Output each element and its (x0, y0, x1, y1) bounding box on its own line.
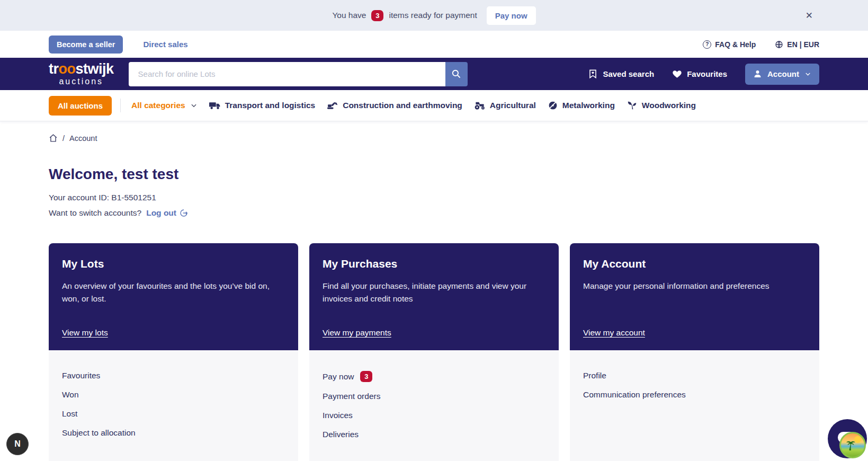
category-label: Metalworking (562, 101, 615, 110)
truck-icon (209, 101, 221, 110)
question-icon: ? (703, 40, 711, 49)
my-lots-card: My Lots An overview of your favourites a… (49, 243, 298, 350)
category-metalworking[interactable]: Metalworking (548, 101, 615, 110)
category-label: Construction and earthmoving (343, 101, 462, 110)
card-description: An overview of your favourites and the l… (62, 280, 276, 305)
list-item-label: Won (62, 390, 79, 400)
list-item-label: Favourites (62, 371, 100, 380)
my-lots-list: Favourites Won Lost Subject to allocatio… (49, 350, 298, 461)
logout-label: Log out (146, 208, 176, 218)
search-button[interactable] (445, 62, 468, 86)
list-item-favourites[interactable]: Favourites (62, 366, 285, 385)
banner-message-prefix: You have (332, 11, 366, 20)
breadcrumb-current: Account (69, 134, 97, 143)
palm-tree-icon (845, 439, 856, 453)
view-my-account-link[interactable]: View my account (583, 328, 645, 338)
locale-selector[interactable]: EN | EUR (775, 40, 819, 49)
card-description: Find all your purchases, initiate paymen… (323, 280, 536, 305)
close-icon[interactable]: ✕ (806, 11, 813, 20)
payment-notification-banner: You have 3 items ready for payment Pay n… (0, 0, 868, 31)
logo-oo: oo (59, 61, 76, 77)
list-item-subject-to-allocation[interactable]: Subject to allocation (62, 423, 285, 442)
category-woodworking[interactable]: Woodworking (627, 101, 696, 110)
banner-message-suffix: items ready for payment (389, 11, 477, 20)
my-account-card: My Account Manage your personal informat… (570, 243, 819, 350)
excavator-icon (327, 101, 338, 110)
view-my-lots-link[interactable]: View my lots (62, 328, 108, 338)
category-transport[interactable]: Transport and logistics (209, 101, 316, 110)
all-auctions-button[interactable]: All auctions (49, 96, 112, 116)
all-categories-dropdown[interactable]: All categories (131, 101, 198, 110)
tractor-icon (474, 101, 486, 110)
logo-subtitle: auctions (49, 77, 114, 86)
search-input[interactable] (129, 62, 445, 86)
chat-widget-button[interactable] (828, 419, 867, 458)
locale-label: EN | EUR (787, 40, 819, 49)
list-item-label: Payment orders (323, 392, 380, 401)
saved-search-icon (588, 69, 598, 79)
chat-widget-avatar (839, 432, 866, 458)
category-label: Agricultural (490, 101, 536, 110)
category-label: Woodworking (642, 101, 696, 110)
secondary-topbar: Become a seller Direct sales ? FAQ & Hel… (0, 31, 868, 58)
heart-icon (672, 69, 682, 79)
category-nav: All auctions All categories Transport an… (0, 90, 868, 121)
card-title: My Purchases (323, 258, 545, 270)
list-item-profile[interactable]: Profile (583, 366, 806, 385)
direct-sales-link[interactable]: Direct sales (143, 40, 187, 49)
search-bar (129, 62, 468, 86)
my-purchases-section: My Purchases Find all your purchases, in… (309, 243, 559, 461)
divider (120, 99, 121, 112)
account-id-text: Your account ID: B1-5501251 (49, 193, 819, 202)
main-content: / Account Welcome, test test Your accoun… (49, 134, 819, 461)
breadcrumb: / Account (49, 134, 819, 143)
all-categories-label: All categories (131, 101, 185, 110)
pay-now-button[interactable]: Pay now (487, 6, 536, 25)
account-cards: My Lots An overview of your favourites a… (49, 243, 819, 461)
list-item-invoices[interactable]: Invoices (323, 406, 545, 425)
my-lots-section: My Lots An overview of your favourites a… (49, 243, 298, 461)
home-icon[interactable] (49, 134, 58, 143)
list-item-label: Communication preferences (583, 390, 686, 400)
list-item-communication-preferences[interactable]: Communication preferences (583, 385, 806, 404)
list-item-label: Deliveries (323, 430, 359, 439)
category-label: Transport and logistics (225, 101, 316, 110)
list-item-label: Profile (583, 371, 606, 380)
main-header: troostwijk auctions (0, 58, 868, 90)
saved-search-link[interactable]: Saved search (588, 69, 654, 79)
faq-help-link[interactable]: ? FAQ & Help (703, 40, 756, 49)
favourites-link[interactable]: Favourites (672, 69, 727, 79)
list-item-label: Invoices (323, 411, 353, 420)
account-label: Account (767, 69, 799, 78)
list-item-deliveries[interactable]: Deliveries (323, 425, 545, 444)
faq-help-label: FAQ & Help (715, 40, 756, 49)
become-seller-button[interactable]: Become a seller (49, 36, 123, 54)
category-construction[interactable]: Construction and earthmoving (327, 101, 462, 110)
card-title: My Account (583, 258, 806, 270)
list-item-label: Pay now (323, 372, 354, 382)
favourites-label: Favourites (687, 69, 727, 78)
my-purchases-list: Pay now 3 Payment orders Invoices Delive… (309, 350, 559, 461)
logout-icon (180, 209, 188, 217)
list-item-payment-orders[interactable]: Payment orders (323, 387, 545, 406)
chevron-down-icon (804, 70, 811, 77)
view-my-payments-link[interactable]: View my payments (323, 328, 391, 338)
my-account-list: Profile Communication preferences (570, 350, 819, 461)
globe-icon (775, 40, 783, 49)
leaf-branch-icon (627, 101, 638, 110)
payment-count-badge: 3 (371, 10, 383, 21)
dev-tools-badge[interactable]: N (6, 433, 29, 455)
search-icon (451, 69, 461, 79)
troostwijk-logo[interactable]: troostwijk auctions (49, 62, 114, 86)
logout-link[interactable]: Log out (146, 208, 188, 218)
list-item-pay-now[interactable]: Pay now 3 (323, 366, 545, 387)
category-agricultural[interactable]: Agricultural (474, 101, 536, 110)
logo-text-2: stwijk (76, 61, 114, 77)
account-button[interactable]: Account (745, 64, 819, 85)
card-description: Manage your personal information and pre… (583, 280, 797, 292)
list-item-won[interactable]: Won (62, 385, 285, 404)
list-item-label: Subject to allocation (62, 428, 136, 438)
logo-text: tr (49, 61, 59, 77)
list-item-lost[interactable]: Lost (62, 404, 285, 423)
my-purchases-card: My Purchases Find all your purchases, in… (309, 243, 559, 350)
